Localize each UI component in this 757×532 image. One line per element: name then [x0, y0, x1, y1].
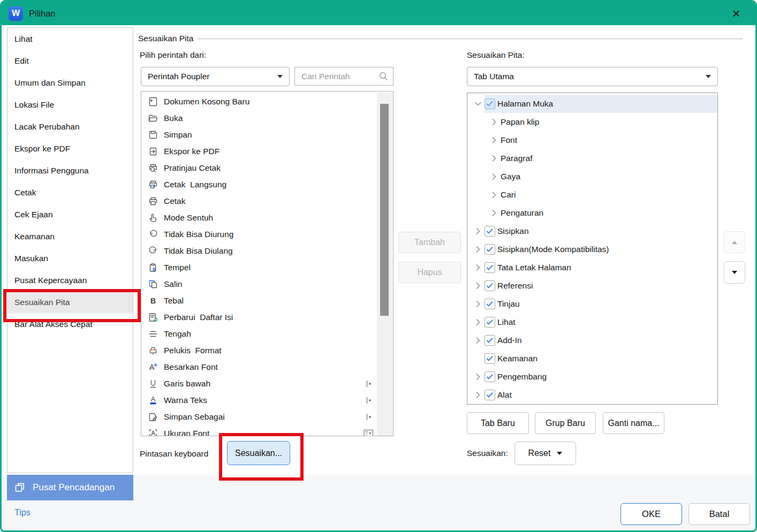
- tree-item-tinjau[interactable]: Tinjau: [467, 295, 717, 313]
- checkbox-keamanan[interactable]: [485, 353, 495, 364]
- tree-item-alat[interactable]: Alat: [467, 386, 717, 404]
- move-down-button[interactable]: [724, 261, 745, 284]
- sidebar-item-ekspor-ke-pdf[interactable]: Ekspor ke PDF: [7, 138, 133, 159]
- sidebar-item-edit[interactable]: Edit: [7, 50, 133, 72]
- checkbox-lihat[interactable]: [485, 317, 495, 328]
- tree-item-halaman-muka[interactable]: Halaman Muka: [467, 95, 717, 113]
- command-item-tidak-bisa-diurung[interactable]: Tidak Bisa Diurung: [141, 226, 377, 242]
- chevron-right-icon[interactable]: [473, 390, 485, 400]
- command-item-pelukis-format[interactable]: Pelukis Format: [141, 342, 377, 359]
- chevron-right-icon[interactable]: [489, 117, 501, 127]
- chevron-right-icon[interactable]: [489, 208, 501, 218]
- tree-item-pengembang[interactable]: Pengembang: [467, 368, 717, 386]
- sidebar-item-informasi-pengguna[interactable]: Informasi Pengguna: [7, 159, 133, 181]
- checkbox-sisipkan-mode-kompatibilitas[interactable]: [485, 244, 495, 255]
- tree-item-paragraf[interactable]: Paragraf: [467, 149, 717, 168]
- tree-item-keamanan[interactable]: Keamanan: [467, 349, 717, 368]
- command-item-salin[interactable]: Salin: [141, 276, 377, 292]
- tree-item-tata-letak-halaman[interactable]: Tata Letak Halaman: [467, 259, 717, 277]
- chevron-right-icon[interactable]: [489, 189, 501, 200]
- rename-button[interactable]: Ganti nama...: [603, 412, 664, 434]
- shortcut-customize-button[interactable]: Sesuaikan...: [227, 441, 290, 465]
- command-item-tengah[interactable]: Tengah: [141, 325, 377, 342]
- chevron-right-icon[interactable]: [473, 371, 485, 382]
- new-group-button[interactable]: Grup Baru: [535, 412, 596, 434]
- sidebar-item-masukan[interactable]: Masukan: [7, 247, 133, 269]
- search-input[interactable]: [300, 71, 378, 82]
- command-item-garis-bawah[interactable]: Garis bawah: [141, 375, 377, 392]
- chevron-down-icon[interactable]: [473, 98, 485, 109]
- tree-item-referensi[interactable]: Referensi: [467, 277, 717, 295]
- chevron-right-icon[interactable]: [473, 299, 485, 309]
- sidebar-item-cek-ejaan[interactable]: Cek Ejaan: [7, 203, 133, 225]
- reset-dropdown-button[interactable]: Reset: [514, 442, 576, 465]
- chevron-right-icon[interactable]: [473, 335, 485, 346]
- tree-item-add-in[interactable]: Add-In: [467, 331, 717, 349]
- command-item-ekspor-ke-pdf[interactable]: Ekspor ke PDF: [141, 143, 377, 159]
- command-item-ukuran-font[interactable]: AUkuran FontT: [141, 425, 377, 436]
- checkbox-alat[interactable]: [485, 390, 495, 400]
- checkbox-pengembang[interactable]: [485, 371, 495, 382]
- cancel-button[interactable]: Batal: [688, 503, 750, 525]
- chevron-right-icon[interactable]: [489, 135, 501, 146]
- checkbox-sisipkan[interactable]: [485, 226, 495, 237]
- close-icon[interactable]: ×: [728, 5, 745, 22]
- ok-button[interactable]: OKE: [620, 503, 682, 525]
- sidebar-item-lacak-perubahan[interactable]: Lacak Perubahan: [7, 116, 133, 138]
- checkbox-tata-letak-halaman[interactable]: [485, 262, 495, 273]
- add-button[interactable]: Tambah: [398, 232, 461, 253]
- chevron-right-icon[interactable]: [489, 171, 501, 182]
- tree-item-cari[interactable]: Cari: [467, 186, 717, 204]
- remove-button[interactable]: Hapus: [398, 262, 461, 283]
- command-item-cetak-langsung[interactable]: Cetak Langsung: [141, 176, 377, 193]
- command-item-mode-sentuh[interactable]: Mode Sentuh: [141, 209, 377, 226]
- sidebar-item-bar-alat-akses-cepat[interactable]: Bar Alat Akses Cepat: [7, 313, 133, 335]
- search-box[interactable]: [294, 67, 393, 86]
- command-item-tebal[interactable]: BTebal: [141, 292, 377, 309]
- checkbox-referensi[interactable]: [485, 280, 495, 291]
- tree-item-sisipkan[interactable]: Sisipkan: [467, 222, 717, 240]
- command-item-simpan[interactable]: Simpan: [141, 126, 377, 143]
- chevron-right-icon[interactable]: [489, 153, 501, 164]
- command-item-simpan-sebagai[interactable]: Simpan Sebagai: [141, 408, 377, 425]
- command-item-besarkan-font[interactable]: ABesarkan Font: [141, 359, 377, 375]
- command-item-pratinjau-cetak[interactable]: Pratinjau Cetak: [141, 159, 377, 176]
- tree-item-pengaturan[interactable]: Pengaturan: [467, 204, 717, 222]
- tree-item-lihat[interactable]: Lihat: [467, 313, 717, 331]
- tree-item-sisipkan-mode-kompatibilitas[interactable]: Sisipkan(Mode Kompatibilitas): [467, 240, 717, 259]
- command-item-warna-teks[interactable]: AWarna Teks: [141, 392, 377, 408]
- command-source-dropdown[interactable]: Perintah Poupler: [141, 67, 290, 86]
- chevron-right-icon[interactable]: [473, 262, 485, 273]
- command-item-cetak[interactable]: Cetak: [141, 193, 377, 209]
- command-item-buka[interactable]: Buka: [141, 110, 377, 126]
- chevron-right-icon[interactable]: [473, 226, 485, 237]
- command-item-dokumen-kosong-baru[interactable]: Dokumen Kosong Baru: [141, 93, 377, 110]
- chevron-right-icon[interactable]: [473, 244, 485, 255]
- sidebar-item-umum-dan-simpan[interactable]: Umum dan Simpan: [7, 72, 133, 94]
- sidebar-item-lihat[interactable]: Lihat: [7, 28, 133, 50]
- checkbox-add-in[interactable]: [485, 335, 495, 346]
- sidebar-item-keamanan[interactable]: Keamanan: [7, 225, 133, 247]
- ribbon-target-dropdown[interactable]: Tab Utama: [467, 67, 718, 86]
- tree-item-gaya[interactable]: Gaya: [467, 168, 717, 186]
- new-tab-button[interactable]: Tab Baru: [467, 412, 529, 434]
- command-item-tempel[interactable]: Tempel: [141, 259, 377, 276]
- command-item-tidak-bisa-diulang[interactable]: Tidak Bisa Diulang: [141, 242, 377, 259]
- checkbox-tinjau[interactable]: [485, 299, 495, 309]
- chevron-right-icon[interactable]: [473, 317, 485, 328]
- tips-link[interactable]: Tips: [14, 508, 31, 518]
- backup-center-button[interactable]: Pusat Pencadangan: [7, 475, 133, 500]
- sidebar-item-lokasi-file[interactable]: Lokasi File: [7, 94, 133, 116]
- tree-item-papan-klip[interactable]: Papan klip: [467, 113, 717, 131]
- scrollbar-thumb[interactable]: [380, 104, 389, 316]
- sidebar-item-pusat-kepercayaan[interactable]: Pusat Kepercayaan: [7, 269, 133, 291]
- scrollbar-track[interactable]: [377, 92, 392, 436]
- titlebar[interactable]: W Pilihan ×: [2, 2, 755, 25]
- command-item-perbarui-daftar-isi[interactable]: Perbarui Daftar Isi: [141, 309, 377, 325]
- tree-item-font[interactable]: Font: [467, 131, 717, 149]
- chevron-right-icon[interactable]: [473, 280, 485, 291]
- move-up-button[interactable]: [724, 231, 745, 253]
- sidebar-item-sesuaikan-pita[interactable]: Sesuaikan Pita: [7, 291, 133, 313]
- checkbox-halaman-muka[interactable]: [485, 98, 495, 109]
- sidebar-item-cetak[interactable]: Cetak: [7, 181, 133, 203]
